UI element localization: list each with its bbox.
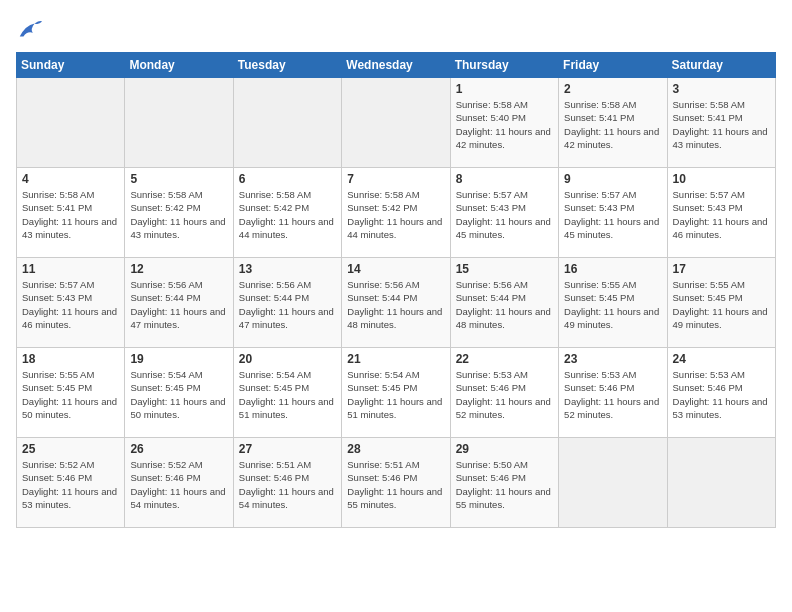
calendar-body: 1Sunrise: 5:58 AM Sunset: 5:40 PM Daylig… [17, 78, 776, 528]
day-cell: 14Sunrise: 5:56 AM Sunset: 5:44 PM Dayli… [342, 258, 450, 348]
day-number: 5 [130, 172, 227, 186]
day-info: Sunrise: 5:51 AM Sunset: 5:46 PM Dayligh… [239, 458, 336, 511]
day-cell: 10Sunrise: 5:57 AM Sunset: 5:43 PM Dayli… [667, 168, 775, 258]
day-info: Sunrise: 5:55 AM Sunset: 5:45 PM Dayligh… [673, 278, 770, 331]
day-number: 17 [673, 262, 770, 276]
day-cell: 12Sunrise: 5:56 AM Sunset: 5:44 PM Dayli… [125, 258, 233, 348]
day-info: Sunrise: 5:57 AM Sunset: 5:43 PM Dayligh… [564, 188, 661, 241]
day-info: Sunrise: 5:56 AM Sunset: 5:44 PM Dayligh… [239, 278, 336, 331]
day-number: 1 [456, 82, 553, 96]
day-number: 26 [130, 442, 227, 456]
day-info: Sunrise: 5:55 AM Sunset: 5:45 PM Dayligh… [22, 368, 119, 421]
day-info: Sunrise: 5:58 AM Sunset: 5:40 PM Dayligh… [456, 98, 553, 151]
day-number: 16 [564, 262, 661, 276]
day-cell [667, 438, 775, 528]
header-row: SundayMondayTuesdayWednesdayThursdayFrid… [17, 53, 776, 78]
column-header-tuesday: Tuesday [233, 53, 341, 78]
day-number: 23 [564, 352, 661, 366]
day-number: 24 [673, 352, 770, 366]
day-number: 6 [239, 172, 336, 186]
day-info: Sunrise: 5:58 AM Sunset: 5:42 PM Dayligh… [239, 188, 336, 241]
day-number: 22 [456, 352, 553, 366]
day-number: 25 [22, 442, 119, 456]
day-cell: 4Sunrise: 5:58 AM Sunset: 5:41 PM Daylig… [17, 168, 125, 258]
day-info: Sunrise: 5:58 AM Sunset: 5:42 PM Dayligh… [347, 188, 444, 241]
day-cell [125, 78, 233, 168]
day-cell [17, 78, 125, 168]
week-row-4: 18Sunrise: 5:55 AM Sunset: 5:45 PM Dayli… [17, 348, 776, 438]
day-cell [233, 78, 341, 168]
day-cell: 2Sunrise: 5:58 AM Sunset: 5:41 PM Daylig… [559, 78, 667, 168]
column-header-monday: Monday [125, 53, 233, 78]
day-info: Sunrise: 5:54 AM Sunset: 5:45 PM Dayligh… [347, 368, 444, 421]
day-number: 29 [456, 442, 553, 456]
day-cell: 1Sunrise: 5:58 AM Sunset: 5:40 PM Daylig… [450, 78, 558, 168]
day-cell: 7Sunrise: 5:58 AM Sunset: 5:42 PM Daylig… [342, 168, 450, 258]
day-cell: 6Sunrise: 5:58 AM Sunset: 5:42 PM Daylig… [233, 168, 341, 258]
day-cell: 15Sunrise: 5:56 AM Sunset: 5:44 PM Dayli… [450, 258, 558, 348]
day-cell: 26Sunrise: 5:52 AM Sunset: 5:46 PM Dayli… [125, 438, 233, 528]
day-number: 7 [347, 172, 444, 186]
day-info: Sunrise: 5:52 AM Sunset: 5:46 PM Dayligh… [22, 458, 119, 511]
day-info: Sunrise: 5:53 AM Sunset: 5:46 PM Dayligh… [564, 368, 661, 421]
calendar-header: SundayMondayTuesdayWednesdayThursdayFrid… [17, 53, 776, 78]
day-number: 11 [22, 262, 119, 276]
day-info: Sunrise: 5:56 AM Sunset: 5:44 PM Dayligh… [347, 278, 444, 331]
day-info: Sunrise: 5:52 AM Sunset: 5:46 PM Dayligh… [130, 458, 227, 511]
day-cell: 16Sunrise: 5:55 AM Sunset: 5:45 PM Dayli… [559, 258, 667, 348]
day-cell: 25Sunrise: 5:52 AM Sunset: 5:46 PM Dayli… [17, 438, 125, 528]
day-cell: 19Sunrise: 5:54 AM Sunset: 5:45 PM Dayli… [125, 348, 233, 438]
day-number: 2 [564, 82, 661, 96]
day-info: Sunrise: 5:58 AM Sunset: 5:42 PM Dayligh… [130, 188, 227, 241]
day-info: Sunrise: 5:53 AM Sunset: 5:46 PM Dayligh… [456, 368, 553, 421]
day-cell: 9Sunrise: 5:57 AM Sunset: 5:43 PM Daylig… [559, 168, 667, 258]
day-number: 28 [347, 442, 444, 456]
day-cell: 28Sunrise: 5:51 AM Sunset: 5:46 PM Dayli… [342, 438, 450, 528]
day-cell: 21Sunrise: 5:54 AM Sunset: 5:45 PM Dayli… [342, 348, 450, 438]
day-cell: 20Sunrise: 5:54 AM Sunset: 5:45 PM Dayli… [233, 348, 341, 438]
day-info: Sunrise: 5:58 AM Sunset: 5:41 PM Dayligh… [22, 188, 119, 241]
day-info: Sunrise: 5:58 AM Sunset: 5:41 PM Dayligh… [673, 98, 770, 151]
day-cell [559, 438, 667, 528]
day-cell: 23Sunrise: 5:53 AM Sunset: 5:46 PM Dayli… [559, 348, 667, 438]
day-cell: 22Sunrise: 5:53 AM Sunset: 5:46 PM Dayli… [450, 348, 558, 438]
day-cell: 11Sunrise: 5:57 AM Sunset: 5:43 PM Dayli… [17, 258, 125, 348]
logo-bird-icon [16, 16, 44, 44]
day-info: Sunrise: 5:57 AM Sunset: 5:43 PM Dayligh… [673, 188, 770, 241]
column-header-thursday: Thursday [450, 53, 558, 78]
day-info: Sunrise: 5:50 AM Sunset: 5:46 PM Dayligh… [456, 458, 553, 511]
day-number: 3 [673, 82, 770, 96]
day-info: Sunrise: 5:54 AM Sunset: 5:45 PM Dayligh… [130, 368, 227, 421]
day-cell: 17Sunrise: 5:55 AM Sunset: 5:45 PM Dayli… [667, 258, 775, 348]
day-info: Sunrise: 5:54 AM Sunset: 5:45 PM Dayligh… [239, 368, 336, 421]
day-number: 27 [239, 442, 336, 456]
day-cell: 8Sunrise: 5:57 AM Sunset: 5:43 PM Daylig… [450, 168, 558, 258]
week-row-1: 1Sunrise: 5:58 AM Sunset: 5:40 PM Daylig… [17, 78, 776, 168]
day-number: 4 [22, 172, 119, 186]
day-cell: 5Sunrise: 5:58 AM Sunset: 5:42 PM Daylig… [125, 168, 233, 258]
day-cell: 13Sunrise: 5:56 AM Sunset: 5:44 PM Dayli… [233, 258, 341, 348]
header [16, 16, 776, 44]
day-number: 20 [239, 352, 336, 366]
day-number: 21 [347, 352, 444, 366]
column-header-friday: Friday [559, 53, 667, 78]
week-row-3: 11Sunrise: 5:57 AM Sunset: 5:43 PM Dayli… [17, 258, 776, 348]
day-number: 18 [22, 352, 119, 366]
column-header-saturday: Saturday [667, 53, 775, 78]
week-row-2: 4Sunrise: 5:58 AM Sunset: 5:41 PM Daylig… [17, 168, 776, 258]
day-cell [342, 78, 450, 168]
day-number: 13 [239, 262, 336, 276]
day-number: 14 [347, 262, 444, 276]
day-cell: 3Sunrise: 5:58 AM Sunset: 5:41 PM Daylig… [667, 78, 775, 168]
day-cell: 24Sunrise: 5:53 AM Sunset: 5:46 PM Dayli… [667, 348, 775, 438]
calendar-table: SundayMondayTuesdayWednesdayThursdayFrid… [16, 52, 776, 528]
day-number: 15 [456, 262, 553, 276]
day-info: Sunrise: 5:57 AM Sunset: 5:43 PM Dayligh… [456, 188, 553, 241]
day-number: 8 [456, 172, 553, 186]
day-info: Sunrise: 5:57 AM Sunset: 5:43 PM Dayligh… [22, 278, 119, 331]
day-info: Sunrise: 5:55 AM Sunset: 5:45 PM Dayligh… [564, 278, 661, 331]
logo [16, 16, 48, 44]
day-info: Sunrise: 5:53 AM Sunset: 5:46 PM Dayligh… [673, 368, 770, 421]
day-number: 19 [130, 352, 227, 366]
day-number: 12 [130, 262, 227, 276]
